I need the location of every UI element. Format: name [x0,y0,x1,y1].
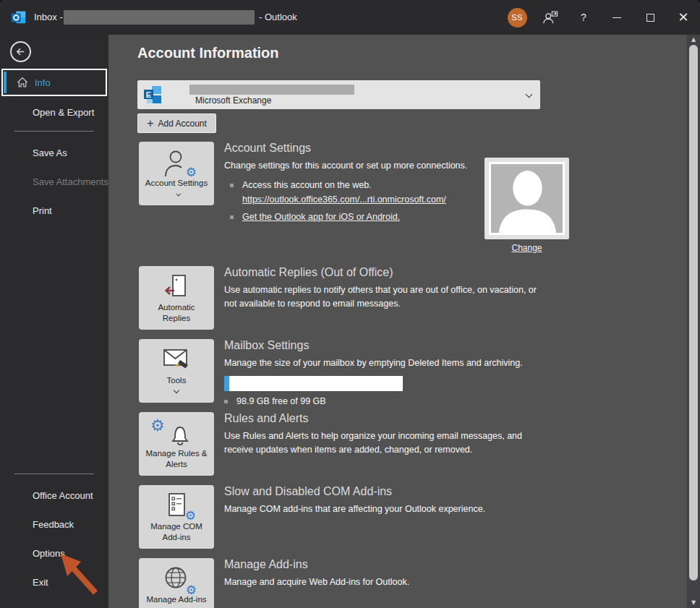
get-outlook-app-link[interactable]: Get the Outlook app for iOS or Android. [242,212,400,222]
sidebar-item-open-export[interactable]: Open & Export [0,98,108,126]
com-addins-text: Slow and Disabled COM Add-ins Manage COM… [224,485,571,516]
account-information-pane: Account Information E Microsoft Exchange… [108,35,700,608]
plus-icon: + [147,117,153,130]
close-button[interactable]: ✕ [667,0,700,35]
sidebar-item-label: Exit [33,577,48,588]
manage-addins-icon: ⚙ [162,565,191,594]
sidebar-item-save-as[interactable]: Save As [0,139,108,166]
avatar-initials: SS [508,8,527,27]
chevron-down-icon [176,191,181,196]
storage-info-row: 98.9 GB free of 99 GB [218,396,571,406]
button-label: Manage COM Add-ins [139,521,214,543]
redacted-mailbox-name [64,10,255,25]
sidebar-item-print[interactable]: Print [0,197,108,224]
button-label: Account Settings [139,178,214,200]
account-settings-button[interactable]: ⚙ Account Settings [139,142,214,205]
help-button[interactable]: ? [567,0,600,35]
home-icon [16,76,29,89]
section-account-settings: ⚙ Account Settings Account Settings Chan… [139,142,660,266]
sidebar-item-info[interactable]: Info [1,69,107,96]
manage-com-addins-button[interactable]: ⚙ Manage COM Add-ins [139,485,214,549]
sidebar-divider [14,474,94,474]
com-addins-icon: ⚙ [164,492,189,521]
sidebar-item-save-attachments: Save Attachments [0,168,108,195]
sidebar-item-feedback[interactable]: Feedback [0,510,108,538]
scroll-up-arrow[interactable]: ▲ [687,36,700,43]
section-heading: Rules and Alerts [224,412,571,425]
section-manage-addins: ⚙ Manage Add-ins Manage Add-ins Manage a… [139,558,660,608]
sidebar-item-label: Office Account [33,490,93,501]
bullet-icon [224,400,228,403]
chevron-down-icon [174,388,179,393]
minimize-icon [612,17,621,18]
section-heading: Manage Add-ins [224,558,571,571]
back-button[interactable] [10,41,31,62]
owa-link[interactable]: https://outlook.office365.com/...rti.onm… [242,194,446,205]
contact-support-icon[interactable] [534,0,567,35]
button-label: Manage Rules & Alerts [139,448,214,470]
automatic-replies-button[interactable]: Automatic Replies [139,266,214,330]
sidebar-item-exit[interactable]: Exit [0,568,108,596]
section-description: Manage COM add-ins that are affecting yo… [224,502,571,516]
sidebar-item-office-account[interactable]: Office Account [0,481,108,509]
button-label: Manage Add-ins [142,594,210,605]
chevron-down-icon [526,91,533,98]
account-avatar[interactable]: SS [500,0,534,35]
section-heading: Mailbox Settings [224,339,571,352]
rules-alerts-icon: ⚙ [162,419,191,448]
change-photo-link[interactable]: Change [485,243,569,253]
mailbox-tools-icon [161,346,192,375]
svg-text:E: E [146,90,151,99]
scrollbar-thumb[interactable] [689,45,698,581]
profile-photo-placeholder [489,162,565,235]
manage-rules-alerts-button[interactable]: ⚙ Manage Rules & Alerts [139,412,214,476]
titlebar: Inbox - - Outlook SS ? ✕ [0,0,700,35]
gear-icon: ⚙ [150,416,165,434]
mailbox-tools-button[interactable]: Tools [139,339,214,403]
account-settings-icon: ⚙ [161,149,192,178]
redacted-account-email [189,85,354,95]
section-heading: Automatic Replies (Out of Office) [224,266,571,279]
sidebar-item-label: Print [33,205,52,216]
automatic-replies-text: Automatic Replies (Out of Office) Use au… [224,266,571,312]
maximize-button[interactable] [633,0,667,35]
gear-icon: ⚙ [185,508,196,523]
section-description: Use automatic replies to notify others t… [224,283,551,312]
minimize-button[interactable] [600,0,633,35]
sidebar-item-label: Save Attachments [33,176,108,187]
button-label: Automatic Replies [139,302,214,324]
section-description: Manage the size of your mailbox by empty… [224,356,571,370]
automatic-replies-icon [162,273,191,302]
storage-free-text: 98.9 GB free of 99 GB [236,396,326,406]
section-heading: Account Settings [224,142,571,155]
section-automatic-replies: Automatic Replies Automatic Replies (Out… [139,266,660,339]
bullet-text: Access this account on the web. [242,180,372,190]
mailbox-storage-bar [224,376,403,391]
add-account-label: Add Account [158,119,206,129]
mailbox-settings-text: Mailbox Settings Manage the size of your… [224,339,571,406]
vertical-scrollbar: ▲ ▼ [687,35,700,608]
manage-addins-button[interactable]: ⚙ Manage Add-ins [139,558,214,608]
section-heading: Slow and Disabled COM Add-ins [224,485,571,498]
button-label: Tools [163,375,191,393]
account-type-label: Microsoft Exchange [195,95,271,106]
maximize-icon [646,14,654,22]
gear-icon: ⚙ [186,165,197,179]
manage-addins-text: Manage Add-ins Manage and acquire Web Ad… [224,558,571,589]
outlook-app-icon [11,9,27,25]
page-title: Account Information [137,45,279,61]
gear-icon: ⚙ [186,583,197,597]
profile-photo-card [485,158,569,239]
backstage-sidebar: Info Open & Export Save As Save Attachme… [0,35,108,608]
sidebar-item-label: Open & Export [33,107,94,118]
bullet-icon [230,215,234,219]
add-account-button[interactable]: + Add Account [137,114,216,133]
section-description: Change settings for this account or set … [224,159,483,173]
microsoft-exchange-icon: E [143,85,162,104]
scroll-down-arrow[interactable]: ▼ [687,599,700,606]
sidebar-item-label: Feedback [33,519,74,530]
sidebar-divider [14,131,94,132]
sidebar-item-options[interactable]: Options [0,539,108,567]
account-selector-dropdown[interactable]: E Microsoft Exchange [137,80,540,109]
bullet-icon [230,184,234,187]
